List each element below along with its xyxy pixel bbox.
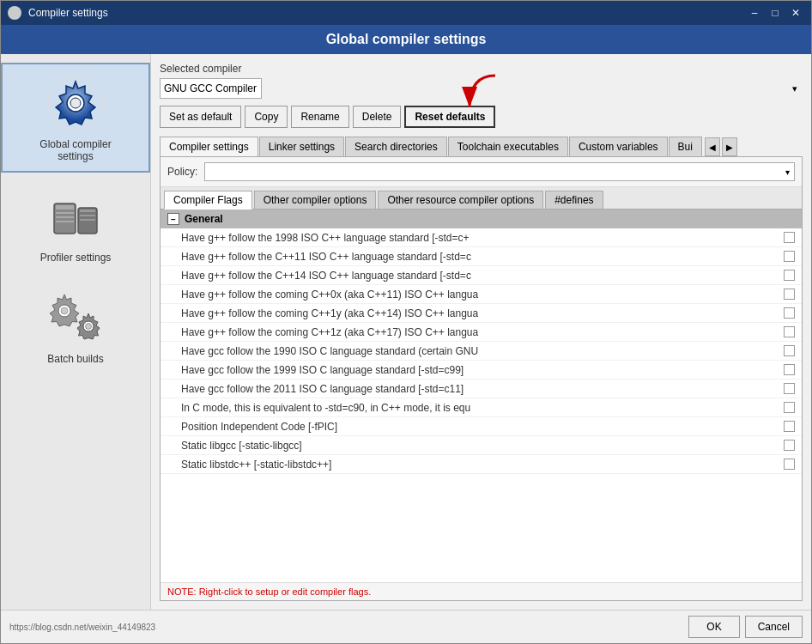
table-row[interactable]: Static libstdc++ [-static-libstdc++] — [161, 455, 802, 474]
table-row[interactable]: Static libgcc [-static-libgcc] — [161, 436, 802, 455]
flag-checkbox[interactable] — [784, 421, 795, 432]
tab-custom-variables[interactable]: Custom variables — [569, 137, 668, 156]
inner-tab-other-compiler-options[interactable]: Other compiler options — [254, 191, 377, 209]
title-bar-left: Compiler settings — [8, 6, 108, 20]
right-panel: Selected compiler GNU GCC Compiler Set a… — [151, 54, 811, 610]
rename-button[interactable]: Rename — [291, 106, 348, 128]
svg-rect-5 — [56, 212, 74, 214]
outer-tabs: Compiler settings Linker settings Search… — [160, 137, 803, 157]
svg-rect-7 — [56, 221, 74, 222]
settings-panel: Policy: Compiler Flags Other compiler op… — [160, 157, 803, 601]
flag-checkbox[interactable] — [784, 251, 795, 262]
inner-tab-other-resource-compiler-options[interactable]: Other resource compiler options — [378, 191, 543, 209]
maximize-button[interactable]: □ — [767, 5, 784, 21]
flag-text: Have gcc follow the 2011 ISO C language … — [181, 383, 780, 395]
tab-nav-next[interactable]: ▶ — [722, 137, 737, 156]
svg-rect-6 — [56, 216, 74, 218]
set-as-default-button[interactable]: Set as default — [160, 106, 241, 128]
svg-point-2 — [70, 98, 81, 108]
policy-label: Policy: — [167, 166, 197, 178]
tab-compiler-settings[interactable]: Compiler settings — [160, 137, 258, 157]
tab-nav-prev[interactable]: ◀ — [705, 137, 720, 156]
flag-text: Have g++ follow the C++11 ISO C++ langua… — [181, 251, 780, 263]
flag-text: Have g++ follow the coming C++1y (aka C+… — [181, 307, 780, 319]
collapse-general-button[interactable]: − — [167, 213, 179, 225]
button-row: Set as default Copy Rename Delete Reset … — [160, 106, 803, 128]
table-row[interactable]: In C mode, this is equivalent to -std=c9… — [161, 398, 802, 417]
sidebar-label-profiler-settings: Profiler settings — [40, 252, 112, 264]
global-compiler-icon — [45, 73, 106, 133]
sidebar-label-batch-builds: Batch builds — [47, 353, 103, 365]
window-title: Compiler settings — [28, 7, 108, 19]
flag-checkbox[interactable] — [784, 345, 795, 356]
inner-tabs: Compiler Flags Other compiler options Ot… — [161, 187, 802, 210]
flag-text: Have g++ follow the coming C++1z (aka C+… — [181, 326, 780, 338]
flag-text: Static libstdc++ [-static-libstdc++] — [181, 459, 780, 471]
table-row[interactable]: Have g++ follow the C++11 ISO C++ langua… — [161, 247, 802, 266]
flag-text: Have gcc follow the 1990 ISO C language … — [181, 345, 780, 357]
svg-rect-9 — [80, 210, 95, 212]
flag-checkbox[interactable] — [784, 232, 795, 243]
flag-text: Static libgcc [-static-libgcc] — [181, 440, 780, 452]
sidebar-item-batch-builds[interactable]: Batch builds — [1, 277, 150, 375]
flag-text: In C mode, this is equivalent to -std=c9… — [181, 402, 780, 414]
tab-bui[interactable]: Bui — [669, 137, 702, 156]
copy-button[interactable]: Copy — [245, 106, 288, 128]
flag-checkbox[interactable] — [784, 402, 795, 413]
flag-checkbox[interactable] — [784, 270, 795, 281]
batch-builds-icon — [45, 288, 106, 348]
header-title: Global compiler settings — [326, 32, 487, 46]
general-section-label: General — [185, 213, 223, 225]
flag-checkbox[interactable] — [784, 383, 795, 394]
tab-linker-settings[interactable]: Linker settings — [259, 137, 344, 156]
svg-rect-10 — [80, 215, 95, 216]
main-content: Global compiler settings Profiler settin… — [1, 54, 811, 610]
sidebar-item-global-compiler-settings[interactable]: Global compiler settings — [1, 63, 150, 173]
title-bar: Compiler settings – □ ✕ — [1, 1, 811, 25]
compiler-select-row: GNU GCC Compiler — [160, 78, 803, 99]
compiler-select-wrapper: GNU GCC Compiler — [160, 78, 803, 99]
cancel-button[interactable]: Cancel — [745, 616, 803, 638]
close-button[interactable]: ✕ — [787, 5, 804, 21]
url-text: https://blog.csdn.net/weixin_44149823 — [9, 623, 155, 632]
table-row[interactable]: Have gcc follow the 1990 ISO C language … — [161, 342, 802, 361]
dialog-header: Global compiler settings — [1, 25, 811, 54]
main-window: Compiler settings – □ ✕ Global compiler … — [0, 0, 812, 644]
flag-checkbox[interactable] — [784, 307, 795, 319]
inner-tab-compiler-flags[interactable]: Compiler Flags — [164, 191, 252, 210]
table-row[interactable]: Have g++ follow the coming C++1y (aka C+… — [161, 304, 802, 323]
tab-toolchain-executables[interactable]: Toolchain executables — [448, 137, 568, 156]
reset-defaults-button[interactable]: Reset defaults — [404, 106, 495, 128]
compiler-select[interactable]: GNU GCC Compiler — [160, 78, 262, 99]
policy-select-wrapper — [204, 162, 795, 181]
policy-row: Policy: — [161, 157, 802, 187]
flag-checkbox[interactable] — [784, 289, 795, 300]
flag-text: Have g++ follow the coming C++0x (aka C+… — [181, 289, 780, 301]
inner-tab-defines[interactable]: #defines — [545, 191, 603, 209]
flag-checkbox[interactable] — [784, 459, 795, 470]
sidebar-item-profiler-settings[interactable]: Profiler settings — [1, 176, 150, 274]
flags-list[interactable]: Have g++ follow the 1998 ISO C++ languag… — [161, 228, 802, 582]
app-icon — [8, 6, 21, 20]
selected-compiler-label: Selected compiler — [160, 63, 803, 75]
tab-search-directories[interactable]: Search directories — [345, 137, 447, 156]
delete-button[interactable]: Delete — [353, 106, 402, 128]
table-row[interactable]: Have gcc follow the 1999 ISO C language … — [161, 361, 802, 380]
table-row[interactable]: Position Independent Code [-fPIC] — [161, 417, 802, 436]
flag-text: Position Independent Code [-fPIC] — [181, 421, 780, 433]
table-row[interactable]: Have g++ follow the coming C++1z (aka C+… — [161, 323, 802, 342]
flag-checkbox[interactable] — [784, 440, 795, 451]
policy-select[interactable] — [204, 162, 795, 181]
table-row[interactable]: Have g++ follow the 1998 ISO C++ languag… — [161, 228, 802, 247]
note-bar: NOTE: Right-click to setup or edit compi… — [161, 582, 802, 600]
minimize-button[interactable]: – — [746, 5, 763, 21]
ok-button[interactable]: OK — [688, 616, 739, 638]
title-bar-controls: – □ ✕ — [746, 5, 804, 21]
flags-general-header: − General — [161, 210, 802, 228]
table-row[interactable]: Have g++ follow the C++14 ISO C++ langua… — [161, 266, 802, 285]
table-row[interactable]: Have gcc follow the 2011 ISO C language … — [161, 380, 802, 398]
note-text: NOTE: Right-click to setup or edit compi… — [167, 586, 371, 597]
flag-checkbox[interactable] — [784, 364, 795, 375]
flag-checkbox[interactable] — [784, 326, 795, 337]
table-row[interactable]: Have g++ follow the coming C++0x (aka C+… — [161, 285, 802, 304]
